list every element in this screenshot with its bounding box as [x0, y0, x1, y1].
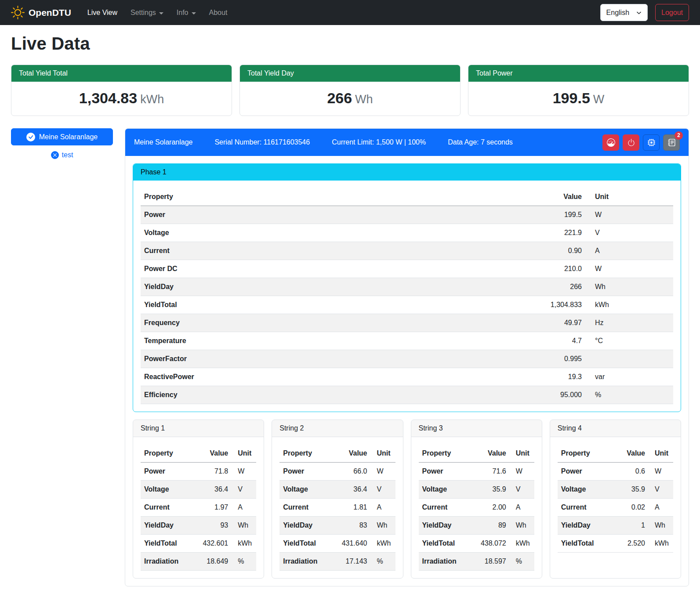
value-cell: 93: [191, 517, 232, 535]
table-row: YieldTotal 1,304.833 kWh: [141, 296, 673, 314]
limit-settings-button[interactable]: [602, 134, 619, 151]
table-row: YieldDay 1 Wh: [558, 517, 673, 535]
value-header: Value: [191, 445, 232, 463]
sun-icon: [11, 6, 25, 19]
unit-header: Unit: [371, 445, 395, 463]
power-button[interactable]: [623, 134, 639, 151]
inverter-button-selected[interactable]: Meine Solaranlage: [11, 128, 113, 145]
value-cell: 35.9: [608, 481, 649, 499]
table-row: YieldDay 83 Wh: [279, 517, 395, 535]
logout-button[interactable]: Logout: [655, 4, 689, 21]
summary-card: Total Yield Total 1,304.83kWh: [11, 65, 232, 116]
table-row: Irradiation 18.597 %: [419, 553, 534, 571]
unit-header: Unit: [585, 188, 673, 206]
value-cell: 0.02: [608, 499, 649, 517]
property-cell: YieldDay: [141, 278, 519, 296]
property-cell: YieldDay: [279, 517, 330, 535]
unit-cell: kWh: [585, 296, 673, 314]
value-cell: 19.3: [519, 368, 585, 386]
nav-live-view[interactable]: Live View: [81, 5, 124, 20]
check-circle-icon: [26, 133, 35, 141]
inverter-button-test[interactable]: test: [51, 151, 73, 159]
summary-value: 1,304.83: [79, 90, 137, 106]
value-cell: 71.6: [469, 463, 510, 481]
unit-cell: %: [510, 553, 534, 571]
value-cell: 438.072: [469, 535, 510, 553]
strings-row: String 1 Property Value Unit: [133, 420, 681, 579]
unit-cell: [585, 350, 673, 368]
property-cell: YieldTotal: [419, 535, 469, 553]
table-header-row: Property Value Unit: [279, 445, 395, 463]
nav-settings[interactable]: Settings: [124, 5, 170, 20]
summary-unit: kWh: [140, 93, 164, 106]
summary-card-body: 199.5W: [468, 82, 689, 116]
unit-cell: V: [585, 224, 673, 242]
value-cell: 0.90: [519, 242, 585, 260]
table-row: Power 71.6 W: [419, 463, 534, 481]
value-cell: 17.143: [330, 553, 371, 571]
phase-table: Property Value Unit Power 199.5 W: [141, 188, 673, 404]
property-cell: YieldDay: [419, 517, 469, 535]
value-header: Value: [608, 445, 649, 463]
unit-cell: var: [585, 368, 673, 386]
nav-about[interactable]: About: [203, 5, 234, 20]
string-card: String 4 Property Value Unit: [550, 420, 681, 579]
property-cell: Power: [141, 206, 519, 224]
chevron-down-icon: [159, 12, 163, 14]
value-cell: 266: [519, 278, 585, 296]
property-cell: Frequency: [141, 314, 519, 332]
journal-text-icon: [667, 138, 676, 147]
language-value: English: [606, 9, 629, 17]
inverter-action-buttons: 2: [602, 134, 680, 151]
summary-value: 199.5: [553, 90, 590, 106]
summary-card-title: Total Power: [468, 65, 689, 82]
table-header-row: Property Value Unit: [419, 445, 534, 463]
device-info-button[interactable]: [643, 134, 660, 151]
power-icon: [627, 138, 635, 147]
table-row: Voltage 36.4 V: [141, 481, 256, 499]
table-row: Current 0.02 A: [558, 499, 673, 517]
unit-cell: %: [232, 553, 256, 571]
table-row: Current 0.90 A: [141, 242, 673, 260]
table-row: PowerFactor 0.995: [141, 350, 673, 368]
brand-link[interactable]: OpenDTU: [11, 6, 71, 19]
table-row: Frequency 49.97 Hz: [141, 314, 673, 332]
property-header: Property: [141, 188, 519, 206]
value-header: Value: [519, 188, 585, 206]
property-cell: Irradiation: [279, 553, 330, 571]
unit-cell: A: [649, 499, 673, 517]
summary-card-body: 1,304.83kWh: [11, 82, 232, 116]
table-row: YieldTotal 431.640 kWh: [279, 535, 395, 553]
table-row: Power 199.5 W: [141, 206, 673, 224]
unit-cell: W: [649, 463, 673, 481]
table-row: Voltage 35.9 V: [558, 481, 673, 499]
navbar: OpenDTU Live View Settings Info About En…: [0, 0, 700, 25]
inverter-sidebar: Meine Solaranlage test: [11, 128, 113, 159]
table-row: YieldDay 266 Wh: [141, 278, 673, 296]
unit-cell: °C: [585, 332, 673, 350]
unit-cell: %: [371, 553, 395, 571]
unit-cell: kWh: [371, 535, 395, 553]
phase-card: Phase 1 Property Value Unit Power: [133, 163, 681, 412]
property-cell: Power: [419, 463, 469, 481]
unit-cell: Wh: [371, 517, 395, 535]
nav-info-label: Info: [177, 9, 189, 17]
value-cell: 36.4: [191, 481, 232, 499]
inverter-serial: Serial Number: 116171603546: [214, 138, 310, 146]
chevron-down-icon: [192, 12, 196, 14]
table-header-row: Property Value Unit: [141, 188, 673, 206]
property-cell: Irradiation: [419, 553, 469, 571]
value-cell: 18.649: [191, 553, 232, 571]
unit-cell: W: [585, 206, 673, 224]
property-cell: YieldDay: [141, 517, 191, 535]
speedometer-icon: [607, 138, 615, 147]
property-cell: Current: [279, 499, 330, 517]
inverter-button-label: Meine Solaranlage: [39, 133, 98, 141]
event-log-button[interactable]: 2: [663, 134, 680, 151]
language-select[interactable]: English: [600, 4, 648, 21]
nav-info[interactable]: Info: [170, 5, 203, 20]
table-row: YieldDay 93 Wh: [141, 517, 256, 535]
summary-card-body: 266Wh: [240, 82, 460, 116]
value-cell: 66.0: [330, 463, 371, 481]
summary-cards-row: Total Yield Total 1,304.83kWh Total Yiel…: [11, 65, 689, 116]
